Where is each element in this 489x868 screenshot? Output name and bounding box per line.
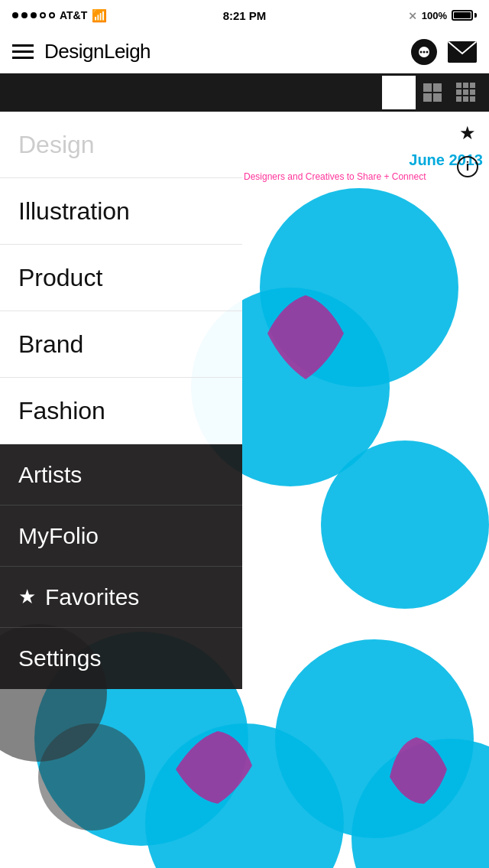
sidebar-item-fashion[interactable]: Fashion: [0, 378, 242, 444]
svg-rect-15: [463, 89, 468, 95]
svg-point-4: [426, 50, 429, 53]
sidebar-label-settings: Settings: [18, 645, 101, 671]
sidebar-label-product: Product: [18, 264, 102, 292]
right-content: ★ i June 2013 Designers and Creatives to…: [242, 112, 489, 868]
status-right: ⨯ 100%: [408, 9, 477, 21]
chat-icon[interactable]: [411, 39, 437, 65]
app-title: DesignLeigh: [44, 40, 151, 63]
sidebar-item-favorites[interactable]: ★ Favorites: [0, 567, 242, 628]
action-buttons: ★ i: [452, 118, 483, 182]
dot-4: [40, 12, 46, 18]
view-grid2-button[interactable]: [416, 76, 449, 109]
sidebar-item-product[interactable]: Product: [0, 245, 242, 311]
battery-fill: [454, 12, 471, 18]
svg-rect-13: [470, 83, 475, 88]
sidebar-item-design[interactable]: Design: [0, 112, 242, 178]
sidebar-label-fashion: Fashion: [18, 397, 105, 425]
dot-3: [31, 12, 37, 18]
sidebar: Design Illustration Product Brand Fashio…: [0, 112, 242, 868]
sidebar-dark-section: Artists MyFolio ★ Favorites Settings: [0, 444, 242, 689]
header-right: [411, 39, 477, 65]
sidebar-label-artists: Artists: [18, 462, 82, 488]
svg-rect-8: [433, 83, 442, 92]
sidebar-label-myfolio: MyFolio: [18, 523, 99, 549]
sidebar-item-artists[interactable]: Artists: [0, 444, 242, 506]
sidebar-label-brand: Brand: [18, 330, 83, 359]
single-view-icon: [388, 82, 410, 103]
signal-dots: [12, 12, 55, 18]
sidebar-label-illustration: Illustration: [18, 197, 130, 226]
grid3-view-icon: [455, 82, 477, 103]
mail-icon[interactable]: [448, 41, 477, 63]
grid2-view-icon: [422, 82, 443, 103]
svg-rect-11: [456, 83, 461, 88]
svg-point-3: [423, 50, 426, 53]
chat-svg: [417, 45, 431, 59]
status-left: AT&T 📶: [12, 8, 107, 23]
header-left: DesignLeigh: [12, 40, 151, 63]
hamburger-line-1: [12, 44, 34, 47]
star-icon: ★: [18, 585, 36, 609]
battery-percent: 100%: [422, 10, 447, 21]
favorite-button[interactable]: ★: [452, 118, 483, 148]
battery-indicator: [452, 10, 477, 21]
dot-1: [12, 12, 18, 18]
battery-body: [452, 10, 473, 21]
dot-5: [49, 12, 55, 18]
header: DesignLeigh: [0, 31, 489, 73]
svg-rect-12: [463, 83, 468, 88]
info-button[interactable]: i: [452, 151, 483, 182]
svg-rect-17: [456, 96, 461, 102]
sidebar-item-brand[interactable]: Brand: [0, 311, 242, 378]
sidebar-label-design: Design: [18, 131, 95, 159]
status-bar: AT&T 📶 8:21 PM ⨯ 100%: [0, 0, 489, 31]
star-icon: ★: [459, 122, 476, 144]
svg-rect-14: [456, 89, 461, 95]
battery-tip: [474, 13, 477, 18]
menu-button[interactable]: [12, 44, 34, 59]
wifi-icon: 📶: [92, 8, 107, 23]
svg-rect-18: [463, 96, 468, 102]
svg-point-2: [420, 50, 423, 53]
bluetooth-icon: ⨯: [408, 9, 417, 21]
dot-2: [21, 12, 28, 18]
mail-svg: [448, 41, 477, 63]
svg-rect-10: [433, 93, 442, 102]
svg-rect-7: [423, 83, 432, 92]
view-grid3-button[interactable]: [449, 76, 483, 109]
sidebar-label-favorites: Favorites: [45, 584, 139, 610]
info-icon: i: [457, 156, 478, 177]
time-label: 8:21 PM: [223, 9, 267, 22]
svg-rect-16: [470, 89, 475, 95]
sidebar-white-section: Design Illustration Product Brand Fashio…: [0, 112, 242, 444]
svg-rect-19: [470, 96, 475, 102]
sidebar-item-myfolio[interactable]: MyFolio: [0, 506, 242, 567]
sidebar-item-settings[interactable]: Settings: [0, 628, 242, 689]
carrier-label: AT&T: [60, 9, 87, 21]
main-content: Design Illustration Product Brand Fashio…: [0, 112, 489, 868]
hamburger-line-2: [12, 50, 34, 53]
view-single-button[interactable]: [382, 76, 416, 109]
svg-rect-9: [423, 93, 432, 102]
sidebar-item-illustration[interactable]: Illustration: [0, 178, 242, 245]
toolbar-strip: [0, 73, 489, 112]
hamburger-line-3: [12, 57, 34, 59]
svg-rect-6: [390, 84, 407, 101]
